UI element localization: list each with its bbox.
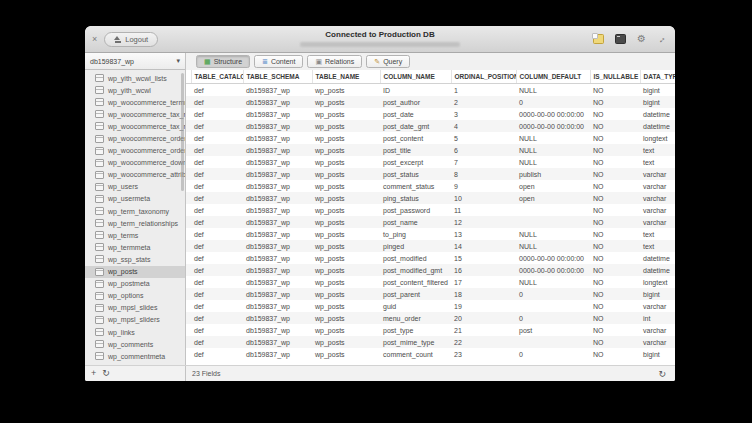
table-list-item[interactable]: wp_term_taxonomy bbox=[85, 205, 185, 217]
fullscreen-icon[interactable]: ↔ bbox=[655, 33, 668, 46]
query-icon: ✎ bbox=[374, 58, 380, 65]
table-row[interactable]: defdb159837_wpwp_postspost_date_gmt40000… bbox=[186, 120, 675, 132]
table-cell: post_name bbox=[380, 216, 451, 228]
table-list-item[interactable]: wp_yith_wcwl_lists bbox=[85, 72, 185, 84]
column-header-data_type[interactable]: DATA_TYPE bbox=[640, 70, 675, 84]
table-list-item[interactable]: wp_woocommerce_termmeta bbox=[85, 96, 185, 108]
table-list-item-label: wp_mpsl_sliders bbox=[108, 316, 160, 323]
table-list-item[interactable]: wp_mpsl_slides bbox=[85, 302, 185, 314]
table-list-item[interactable]: wp_woocommerce_tax_rates bbox=[85, 120, 185, 132]
table-list-item-label: wp_woocommerce_tax_rates bbox=[108, 123, 185, 130]
refresh-tables-button[interactable]: ↻ bbox=[96, 369, 110, 378]
table-list-item[interactable]: wp_term_relationships bbox=[85, 217, 185, 229]
table-row[interactable]: defdb159837_wpwp_postspost_name12NOvarch… bbox=[186, 216, 675, 228]
table-cell: post_excerpt bbox=[380, 156, 451, 168]
table-row[interactable]: defdb159837_wpwp_postspost_modified_gmt1… bbox=[186, 264, 675, 276]
table-row[interactable]: defdb159837_wpwp_postspost_date30000-00-… bbox=[186, 108, 675, 120]
tab-structure[interactable]: ▦ Structure bbox=[196, 55, 250, 68]
table-row[interactable]: defdb159837_wpwp_postsping_status10openN… bbox=[186, 192, 675, 204]
refresh-fields-button[interactable]: ↻ bbox=[652, 368, 675, 380]
table-icon bbox=[95, 98, 104, 106]
table-list-item[interactable]: wp_yith_wcwl bbox=[85, 84, 185, 96]
terminal-icon[interactable] bbox=[615, 34, 626, 44]
table-row[interactable]: defdb159837_wpwp_postspost_author20NObig… bbox=[186, 96, 675, 108]
table-cell: datetime bbox=[640, 264, 675, 276]
table-row[interactable]: defdb159837_wpwp_postspost_title6NULLNOt… bbox=[186, 144, 675, 156]
add-connection-button[interactable]: + bbox=[85, 369, 96, 378]
table-row[interactable]: defdb159837_wpwp_postscomment_status9ope… bbox=[186, 180, 675, 192]
table-row[interactable]: defdb159837_wpwp_postspost_content5NULLN… bbox=[186, 132, 675, 144]
table-row[interactable]: defdb159837_wpwp_postspost_excerpt7NULLN… bbox=[186, 156, 675, 168]
table-list-item[interactable]: wp_woocommerce_downloadabl… bbox=[85, 157, 185, 169]
fields-count: 23 Fields bbox=[186, 370, 220, 377]
column-header-table_schema[interactable]: TABLE_SCHEMA bbox=[243, 70, 312, 84]
table-row[interactable]: defdb159837_wpwp_postspost_mime_type22NO… bbox=[186, 336, 675, 348]
table-list-item[interactable]: wp_woocommerce_order_items bbox=[85, 132, 185, 144]
table-cell: bigint bbox=[640, 96, 675, 108]
table-cell: NO bbox=[590, 240, 640, 252]
table-list-item-label: wp_usermeta bbox=[108, 195, 150, 202]
table-row[interactable]: defdb159837_wpwp_postsID1NULLNObigint bbox=[186, 84, 675, 97]
table-list-item[interactable]: wp_woocommerce_order_itemm… bbox=[85, 145, 185, 157]
table-cell: wp_posts bbox=[312, 180, 380, 192]
table-row[interactable]: defdb159837_wpwp_postspost_parent180NObi… bbox=[186, 288, 675, 300]
table-cell: db159837_wp bbox=[243, 300, 312, 312]
table-list-item-label: wp_yith_wcwl_lists bbox=[108, 75, 167, 82]
table-list-item[interactable]: wp_termmeta bbox=[85, 241, 185, 253]
table-row[interactable]: defdb159837_wpwp_postspost_modified15000… bbox=[186, 252, 675, 264]
tab-query[interactable]: ✎ Query bbox=[366, 55, 410, 68]
table-cell: NULL bbox=[516, 228, 590, 240]
table-cell: 10 bbox=[451, 192, 516, 204]
table-row[interactable]: defdb159837_wpwp_postscomment_count230NO… bbox=[186, 348, 675, 360]
table-cell: NO bbox=[590, 204, 640, 216]
column-header-is_nullable[interactable]: IS_NULLABLE bbox=[590, 70, 640, 84]
table-row[interactable]: defdb159837_wpwp_postspost_content_filte… bbox=[186, 276, 675, 288]
table-cell: wp_posts bbox=[312, 144, 380, 156]
table-cell: longtext bbox=[640, 132, 675, 144]
column-header-table_name[interactable]: TABLE_NAME bbox=[312, 70, 380, 84]
column-header-column_default[interactable]: COLUMN_DEFAULT bbox=[516, 70, 590, 84]
table-list-item[interactable]: wp_terms bbox=[85, 229, 185, 241]
gear-icon[interactable]: ⚙ bbox=[637, 34, 646, 44]
table-list-item[interactable]: wp_commentmeta bbox=[85, 350, 185, 362]
table-row[interactable]: defdb159837_wpwp_postspost_type21postNOv… bbox=[186, 324, 675, 336]
logout-button[interactable]: Logout bbox=[104, 32, 158, 47]
table-cell: 0000-00-00 00:00:00 bbox=[516, 108, 590, 120]
table-list-item[interactable]: wp_usermeta bbox=[85, 193, 185, 205]
table-cell: NULL bbox=[516, 132, 590, 144]
table-cell bbox=[516, 336, 590, 348]
table-cell: wp_posts bbox=[312, 312, 380, 324]
sidebar-scrollbar[interactable] bbox=[181, 73, 184, 191]
tab-content[interactable]: ≣ Content bbox=[254, 55, 303, 68]
table-cell: def bbox=[191, 288, 243, 300]
window-close-button[interactable]: × bbox=[92, 35, 97, 44]
table-list-item-label: wp_termmeta bbox=[108, 244, 150, 251]
table-row[interactable]: defdb159837_wpwp_postspost_password11NOv… bbox=[186, 204, 675, 216]
table-list-item-label: wp_woocommerce_termmeta bbox=[108, 99, 185, 106]
table-list-item[interactable]: wp_comments bbox=[85, 338, 185, 350]
tab-relations[interactable]: ▣ Relations bbox=[307, 55, 362, 68]
table-row[interactable]: defdb159837_wpwp_postspinged14NULLNOtext bbox=[186, 240, 675, 252]
table-list-item[interactable]: wp_posts bbox=[85, 266, 185, 278]
column-header-table_catalog[interactable]: TABLE_CATALOG bbox=[191, 70, 243, 84]
table-list-item[interactable]: wp_options bbox=[85, 290, 185, 302]
table-row[interactable]: defdb159837_wpwp_postsmenu_order200NOint bbox=[186, 312, 675, 324]
table-list-item[interactable]: wp_users bbox=[85, 181, 185, 193]
table-row[interactable]: defdb159837_wpwp_poststo_ping13NULLNOtex… bbox=[186, 228, 675, 240]
table-list-item[interactable]: wp_links bbox=[85, 326, 185, 338]
table-cell: varchar bbox=[640, 300, 675, 312]
table-list-item[interactable]: wp_ssp_stats bbox=[85, 253, 185, 265]
column-header-ordinal_position[interactable]: ORDINAL_POSITION bbox=[451, 70, 516, 84]
table-list-item[interactable]: wp_woocommerce_tax_rate_loca… bbox=[85, 108, 185, 120]
database-selector[interactable]: db159837_wp ▾ bbox=[85, 53, 185, 70]
table-list-item[interactable]: wp_woocommerce_attribute_tax… bbox=[85, 169, 185, 181]
table-row[interactable]: defdb159837_wpwp_postsguid19NOvarchar bbox=[186, 300, 675, 312]
table-list-item[interactable]: wp_postmeta bbox=[85, 278, 185, 290]
column-header-column_name[interactable]: COLUMN_NAME bbox=[380, 70, 451, 84]
table-icon bbox=[95, 86, 104, 94]
table-cell: 20 bbox=[451, 312, 516, 324]
table-row[interactable]: defdb159837_wpwp_postspost_status8publis… bbox=[186, 168, 675, 180]
table-icon bbox=[95, 183, 104, 191]
table-list-item[interactable]: wp_mpsl_sliders bbox=[85, 314, 185, 326]
new-connection-icon[interactable] bbox=[593, 34, 604, 44]
